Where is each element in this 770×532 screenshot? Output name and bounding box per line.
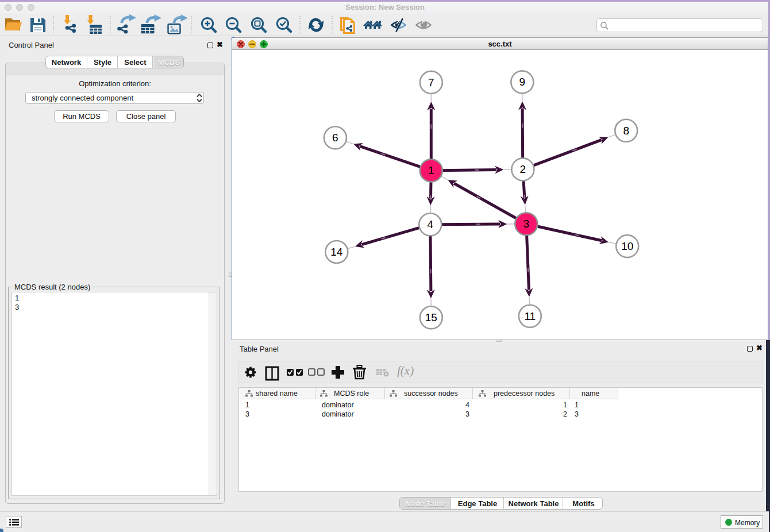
svg-text:14: 14 [330,246,343,258]
svg-text:10: 10 [621,240,633,252]
svg-text:1: 1 [428,164,434,176]
svg-text:4: 4 [428,218,434,230]
svg-text:3: 3 [523,218,530,230]
svg-text:15: 15 [425,311,437,323]
svg-text:11: 11 [524,310,536,322]
svg-text:7: 7 [428,76,434,88]
svg-text:8: 8 [623,125,629,137]
svg-text:9: 9 [519,76,526,88]
svg-text:2: 2 [520,163,526,175]
svg-text:6: 6 [332,132,338,144]
